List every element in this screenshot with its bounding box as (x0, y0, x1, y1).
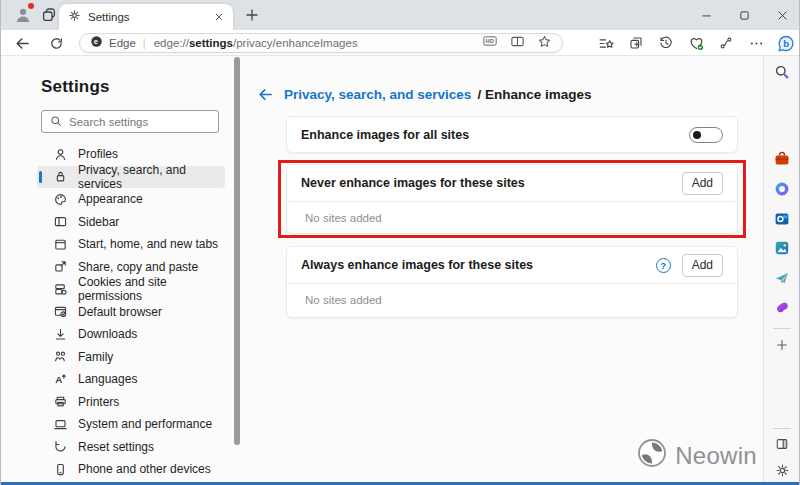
collections-icon[interactable] (627, 34, 645, 52)
hd-icon[interactable]: HD (482, 33, 498, 53)
share-icon[interactable] (717, 34, 735, 52)
lock-icon (53, 169, 68, 184)
breadcrumb-parent[interactable]: Privacy, search, and services (284, 87, 471, 102)
languages-icon: A (53, 372, 68, 387)
neowin-watermark: Neowin (637, 438, 757, 474)
sidebar-panel-icon (53, 214, 68, 229)
vertical-scrollbar[interactable] (234, 57, 240, 445)
sidebar-item-languages[interactable]: A Languages (37, 368, 225, 391)
sidebar-item-appearance[interactable]: Appearance (37, 188, 225, 211)
tab-settings[interactable]: Settings (59, 4, 233, 30)
phone-icon (53, 462, 68, 477)
back-arrow-icon[interactable] (257, 86, 274, 103)
family-icon (53, 349, 68, 364)
avatar-icon (13, 11, 33, 28)
gear-icon (68, 8, 81, 26)
rail-sidebar-toggle-icon[interactable] (774, 436, 790, 452)
share-box-icon (53, 259, 68, 274)
rail-outlook-icon[interactable] (774, 211, 790, 227)
toggle-off[interactable] (689, 127, 723, 143)
search-icon (50, 113, 62, 131)
edge-sidebar-rail (763, 56, 799, 482)
reset-icon (53, 439, 68, 454)
profile-button[interactable] (13, 5, 33, 25)
sidebar-item-default-browser[interactable]: Default browser (37, 301, 225, 324)
workspaces-icon[interactable] (41, 7, 57, 23)
empty-state-text: No sites added (287, 284, 737, 316)
rail-loop-icon[interactable] (774, 181, 790, 197)
sidebar-item-cookies-permissions[interactable]: Cookies and site permissions (37, 278, 225, 301)
svg-text:HD: HD (486, 38, 494, 44)
bing-chat-icon[interactable]: b (777, 34, 795, 52)
search-settings-box[interactable] (41, 110, 219, 133)
laptop-icon (53, 417, 68, 432)
svg-text:b: b (783, 38, 789, 49)
rail-settings-gear-icon[interactable] (774, 462, 790, 478)
sidebar-item-phone-devices[interactable]: Phone and other devices (37, 458, 225, 481)
settings-sidebar: Settings Profiles Privacy, search, and s… (1, 56, 233, 482)
sidebar-item-downloads[interactable]: Downloads (37, 323, 225, 346)
default-browser-icon (53, 304, 68, 319)
watermark-text: Neowin (675, 442, 757, 470)
browser-essentials-icon[interactable] (687, 34, 705, 52)
rail-drop-icon[interactable] (774, 270, 790, 286)
home-page-icon (53, 237, 68, 252)
rail-image-creator-icon[interactable] (774, 240, 790, 256)
tab-close-icon[interactable] (214, 8, 224, 26)
url-text: edge://settings/privacy/enhanceImages (154, 37, 358, 49)
sidebar-item-start-home-tabs[interactable]: Start, home, and new tabs (37, 233, 225, 256)
rail-divider (773, 328, 791, 329)
card-enhance-all-sites: Enhance images for all sites (286, 116, 738, 153)
add-button[interactable]: Add (682, 254, 723, 277)
settings-page: Settings Profiles Privacy, search, and s… (1, 56, 799, 482)
setting-label: Always enhance images for these sites (301, 258, 656, 272)
rail-divider (773, 428, 791, 429)
rail-shopping-icon[interactable] (774, 151, 790, 167)
toolbar-actions: b (597, 34, 795, 52)
svg-text:e: e (94, 37, 99, 46)
rail-search-icon[interactable] (774, 64, 790, 80)
address-separator: | (143, 37, 146, 49)
add-button[interactable]: Add (682, 172, 723, 195)
sidebar-item-system-performance[interactable]: System and performance (37, 413, 225, 436)
rail-games-icon[interactable] (774, 300, 790, 316)
rail-add-icon[interactable] (774, 337, 790, 353)
empty-state-text: No sites added (287, 202, 737, 234)
toggle-knob (693, 131, 701, 139)
new-tab-button[interactable] (244, 7, 260, 23)
page-title: Settings (41, 77, 110, 97)
minimize-icon[interactable] (699, 8, 713, 22)
more-icon[interactable] (747, 34, 765, 52)
window-controls (699, 0, 789, 30)
svg-text:A: A (55, 374, 62, 385)
address-bar[interactable]: e Edge | edge://settings/privacy/enhance… (79, 33, 563, 53)
sidebar-item-printers[interactable]: Printers (37, 391, 225, 414)
palette-icon (53, 192, 68, 207)
help-icon[interactable]: ? (656, 258, 671, 273)
tab-title: Settings (88, 11, 214, 23)
sidebar-item-sidebar[interactable]: Sidebar (37, 211, 225, 234)
history-icon[interactable] (657, 34, 675, 52)
card-never-enhance: Never enhance images for these sites Add… (286, 164, 738, 234)
engine-label: Edge (109, 37, 136, 49)
sidebar-item-reset-settings[interactable]: Reset settings (37, 436, 225, 459)
favorite-star-icon[interactable] (537, 34, 552, 53)
refresh-button[interactable] (47, 34, 65, 52)
card-always-enhance: Always enhance images for these sites ? … (286, 246, 738, 318)
close-icon[interactable] (775, 8, 789, 22)
breadcrumb-current: / Enhance images (477, 87, 591, 102)
back-button[interactable] (13, 34, 31, 52)
printer-icon (53, 394, 68, 409)
favorites-hub-icon[interactable] (597, 34, 615, 52)
maximize-icon[interactable] (737, 8, 751, 22)
sidebar-item-family[interactable]: Family (37, 346, 225, 369)
setting-label: Never enhance images for these sites (301, 176, 682, 190)
settings-nav: Profiles Privacy, search, and services A… (37, 143, 225, 481)
browser-window: Settings e (0, 0, 800, 485)
sidebar-item-privacy[interactable]: Privacy, search, and services (37, 166, 225, 189)
notification-dot-icon (28, 3, 34, 9)
cookies-icon (53, 282, 68, 297)
search-input[interactable] (69, 116, 223, 128)
browser-toolbar: e Edge | edge://settings/privacy/enhance… (1, 30, 799, 56)
split-screen-icon[interactable] (510, 34, 525, 53)
